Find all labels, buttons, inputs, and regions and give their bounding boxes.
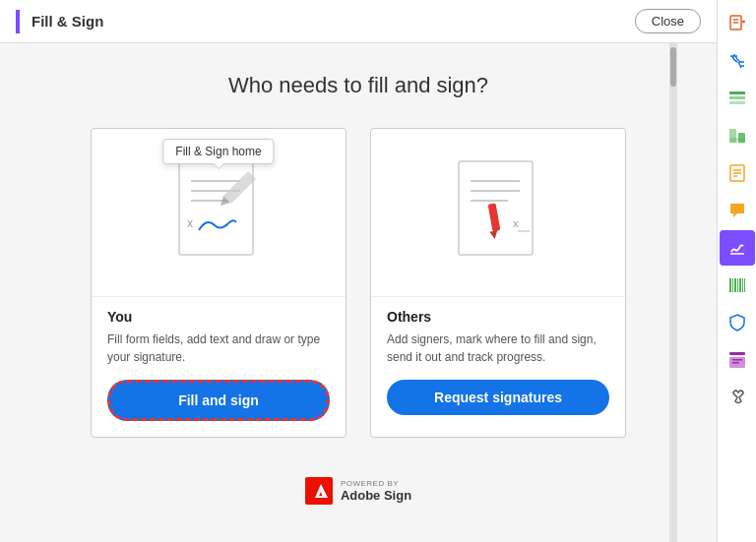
others-card-body: Others Add signers, mark where to fill a… xyxy=(371,296,625,431)
tools-icon[interactable] xyxy=(720,380,755,415)
svg-rect-30 xyxy=(737,278,738,292)
cards-container: Fill & Sign home x xyxy=(91,128,626,438)
adobe-sign-label: Adobe Sign xyxy=(341,488,411,503)
header: Fill & Sign Close xyxy=(0,0,717,43)
svg-rect-31 xyxy=(739,278,741,292)
others-card: x Others Add signers, mark where to fill… xyxy=(370,128,626,438)
you-card-body: You Fill form fields, add text and draw … xyxy=(92,296,346,437)
you-card-title: You xyxy=(107,309,330,325)
main-question: Who needs to fill and sign? xyxy=(228,73,488,98)
you-card: Fill & Sign home x xyxy=(91,128,346,438)
fill-sign-home-tooltip: Fill & Sign home xyxy=(162,139,274,164)
bookmark-icon[interactable] xyxy=(720,342,755,378)
svg-rect-17 xyxy=(729,91,745,94)
svg-rect-18 xyxy=(729,96,745,99)
svg-rect-34 xyxy=(729,352,745,355)
barcode-icon[interactable] xyxy=(720,268,755,303)
adobe-logo-svg xyxy=(310,482,328,500)
file-icon[interactable] xyxy=(720,155,755,191)
scrollbar[interactable] xyxy=(669,43,677,542)
others-card-description: Add signers, mark where to fill and sign… xyxy=(387,331,609,366)
sign-icon[interactable] xyxy=(720,230,755,266)
main-panel: Fill & Sign Close Who needs to fill and … xyxy=(0,0,717,542)
powered-by-label: POWERED BY xyxy=(341,479,399,488)
content-area: Who needs to fill and sign? Fill & Sign … xyxy=(0,43,717,542)
svg-text:x: x xyxy=(513,217,519,229)
adobe-sign-branding: POWERED BY Adobe Sign xyxy=(341,479,411,503)
fill-and-sign-button[interactable]: Fill and sign xyxy=(107,380,330,421)
you-card-image: Fill & Sign home x xyxy=(92,129,346,296)
svg-rect-33 xyxy=(744,278,745,292)
shield-icon[interactable] xyxy=(720,305,755,340)
svg-rect-27 xyxy=(729,278,731,292)
svg-rect-32 xyxy=(742,278,743,292)
svg-rect-36 xyxy=(732,359,742,361)
svg-rect-29 xyxy=(734,278,736,292)
others-card-title: Others xyxy=(387,309,609,325)
close-button[interactable]: Close xyxy=(635,9,701,33)
panel-title: Fill & Sign xyxy=(16,10,103,33)
right-sidebar xyxy=(717,0,756,542)
request-signatures-button[interactable]: Request signatures xyxy=(387,380,609,415)
translate-icon[interactable] xyxy=(720,43,755,79)
scroll-thumb xyxy=(670,47,676,87)
svg-rect-19 xyxy=(729,101,745,104)
svg-rect-37 xyxy=(732,362,739,364)
svg-rect-0 xyxy=(179,161,253,255)
document-add-icon[interactable] xyxy=(720,6,755,41)
svg-rect-28 xyxy=(732,278,733,292)
comment-icon[interactable] xyxy=(720,193,755,228)
adobe-icon xyxy=(305,477,333,505)
you-document-illustration: x xyxy=(169,156,268,270)
list-icon[interactable] xyxy=(720,81,755,116)
export-icon[interactable] xyxy=(720,118,755,153)
others-card-image: x xyxy=(371,129,625,296)
you-card-description: Fill form fields, add text and draw or t… xyxy=(107,331,330,366)
svg-text:x: x xyxy=(187,216,193,230)
footer: POWERED BY Adobe Sign xyxy=(295,467,421,514)
others-document-illustration: x xyxy=(449,156,547,270)
svg-rect-22 xyxy=(729,138,745,143)
